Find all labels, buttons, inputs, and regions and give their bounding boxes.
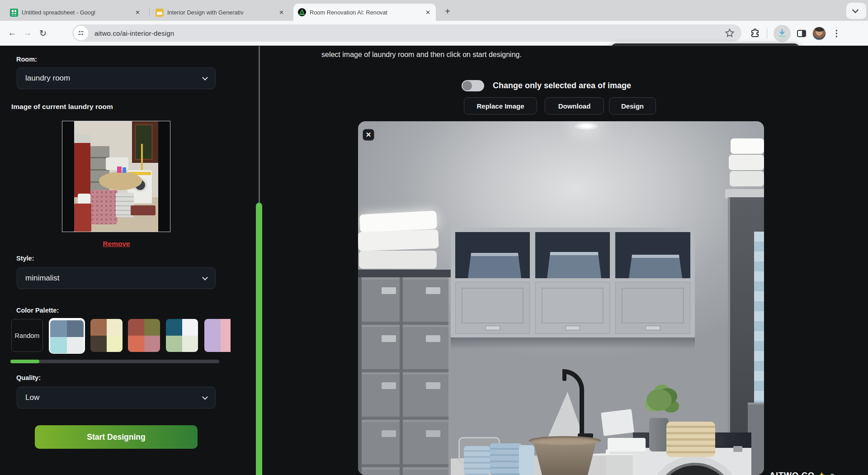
toggle-label: Change only selected area of image — [493, 81, 631, 90]
photo-red-cabinet — [74, 143, 90, 198]
laundry-room-photo — [74, 121, 158, 232]
tab-close-icon[interactable]: ✕ — [134, 9, 141, 16]
palette-scrollbar[interactable] — [10, 360, 219, 363]
design-button[interactable]: Design — [609, 97, 656, 114]
chevron-down-icon — [202, 394, 208, 400]
palette-random-button[interactable]: Random — [11, 319, 43, 352]
photo-broom — [141, 144, 143, 173]
right-shelf — [725, 189, 764, 198]
selected-area-toggle[interactable] — [462, 80, 484, 91]
start-designing-button[interactable]: Start Designing — [35, 425, 198, 449]
wall-cabinet — [451, 228, 695, 337]
photo-box — [74, 134, 90, 144]
plant-foliage — [646, 389, 672, 411]
tab-room-renovation-active[interactable]: Room Renovation AI: Renovat ✕ — [293, 4, 436, 21]
palette-option[interactable] — [204, 319, 231, 352]
quality-select[interactable]: Low — [17, 387, 216, 408]
photo-pink-basket — [90, 190, 118, 224]
blue-towel-folded — [464, 446, 490, 475]
yellow-doc-icon — [156, 9, 164, 17]
room-select-value: laundry room — [25, 74, 70, 83]
close-image-button[interactable]: ✕ — [363, 129, 374, 141]
site-info-icon[interactable] — [74, 26, 88, 40]
photo-bottle — [117, 166, 122, 173]
side-panel-icon[interactable] — [797, 30, 806, 37]
sidebar-scrollbar-thumb[interactable] — [256, 203, 262, 475]
photo-window-pane — [135, 124, 153, 160]
extensions-icon[interactable] — [750, 28, 760, 39]
photo-table — [99, 172, 142, 190]
chevron-down-icon — [852, 7, 859, 13]
replace-image-button[interactable]: Replace Image — [464, 97, 537, 114]
tab-title: Interior Design with Generativ — [167, 9, 274, 16]
sparkle-icon: ✦ — [818, 471, 826, 475]
toggle-knob — [462, 81, 472, 90]
uploaded-room-photo — [62, 121, 170, 232]
generated-room-image: ✕ — [358, 121, 764, 475]
bookmark-star-icon[interactable] — [724, 28, 735, 38]
room-label: Room: — [16, 56, 37, 63]
palette-row: Random — [11, 318, 231, 356]
back-button[interactable]: ← — [5, 28, 20, 38]
reload-button[interactable]: ↻ — [35, 28, 51, 38]
google-sheets-icon — [10, 9, 18, 17]
address-bar[interactable]: aitwo.co/ai-interior-design — [72, 24, 741, 42]
remove-image-link[interactable]: Remove — [0, 240, 233, 248]
palette-scrollbar-thumb[interactable] — [10, 360, 39, 363]
tab-interior-design-course[interactable]: Interior Design with Generativ ✕ — [151, 4, 289, 21]
browser-toolbar: ← → ↻ aitwo.co/ai-interior-design — [0, 21, 868, 46]
aitwo-logo-icon — [298, 8, 306, 16]
new-tab-button[interactable]: + — [441, 5, 454, 18]
download-button[interactable]: Download — [545, 97, 604, 114]
vessel-sink-rim — [529, 436, 601, 445]
palette-option[interactable] — [128, 319, 160, 352]
towel-stack-left — [358, 211, 444, 271]
chevron-down-icon — [202, 75, 208, 81]
tab-separator — [149, 7, 150, 15]
palette-option[interactable] — [90, 319, 123, 352]
tab-title: Untitled spreadsheet - Googl — [22, 9, 131, 16]
aitwo-page: Room: laundry room Image of current laun… — [0, 46, 868, 475]
white-box — [601, 409, 634, 436]
photo-rug — [131, 205, 156, 215]
ceiling-light — [574, 122, 599, 130]
left-lockers — [358, 277, 448, 475]
palette-option-selected[interactable] — [49, 318, 85, 354]
photo-bottle — [123, 167, 126, 173]
towel-stack-right — [728, 138, 764, 189]
image-caption: Image of current laundry room — [11, 103, 113, 111]
chevron-down-icon — [202, 275, 208, 280]
palette-option[interactable] — [166, 319, 198, 352]
faucet-spout — [562, 370, 566, 381]
blue-towel-folded — [490, 443, 522, 475]
aitwo-watermark: AITWO.CO✦ — [769, 470, 835, 475]
sidebar-divider — [259, 46, 260, 203]
tab-title: Room Renovation AI: Renovat — [310, 9, 421, 16]
style-select[interactable]: minimalist — [17, 267, 216, 289]
palette-swatch — [50, 320, 84, 353]
white-towel-stack — [608, 438, 646, 451]
style-label: Style: — [16, 255, 34, 262]
room-select[interactable]: laundry room — [17, 67, 216, 89]
quality-label: Quality: — [16, 374, 41, 381]
forward-button[interactable]: → — [20, 28, 35, 38]
profile-avatar[interactable] — [812, 27, 826, 40]
wicker-basket — [666, 422, 715, 457]
blue-towel-drape — [519, 445, 534, 475]
cabinet-shadow — [451, 337, 695, 349]
hanging-blue-towel — [754, 232, 764, 413]
tab-untitled-spreadsheet[interactable]: Untitled spreadsheet - Googl ✕ — [5, 4, 146, 21]
downloads-button[interactable] — [774, 25, 791, 42]
window-chevron-button[interactable] — [846, 3, 866, 19]
quality-select-value: Low — [25, 393, 39, 402]
style-select-value: minimalist — [25, 274, 60, 283]
palette-label: Color Palette: — [16, 307, 59, 314]
plant-vase — [649, 418, 668, 451]
brand-text: AITWO.CO — [769, 471, 815, 475]
url-text[interactable]: aitwo.co/ai-interior-design — [94, 29, 174, 37]
browser-menu-icon[interactable]: ⋮ — [832, 28, 841, 38]
photo-red-bucket — [74, 204, 91, 232]
toolbar-separator — [767, 28, 767, 38]
tab-close-icon[interactable]: ✕ — [278, 9, 285, 16]
tab-close-icon[interactable]: ✕ — [425, 9, 431, 16]
